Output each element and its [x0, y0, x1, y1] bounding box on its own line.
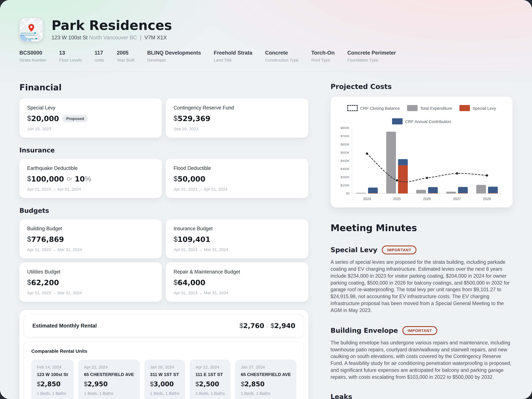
- card-date-range: Apr 01, 2023 → Mar 31, 2024: [27, 247, 154, 252]
- rental-unit-card[interactable]: Apr 12, 2024 111 E 1ST ST $2,500 1 Beds,…: [190, 360, 230, 399]
- bar-crf-annual-contribution[interactable]: [488, 187, 498, 193]
- stat-year-built: 2005 Year Built: [117, 50, 134, 62]
- estimated-monthly-rental-card: Estimated Monthly Rental $2,760 - $2,940: [24, 315, 304, 337]
- rental-unit-card[interactable]: Apr 22, 2024 65 CHESTERFIELD AVE $2,950 …: [78, 360, 139, 399]
- meeting-minutes-heading: Meeting Minutes: [330, 222, 513, 233]
- bar-crf-annual-contribution[interactable]: [368, 188, 378, 193]
- minutes-section-title-row: Special Levy IMPORTANT: [330, 246, 513, 254]
- left-column: Financial Special Levy $20,000 Proposed …: [19, 79, 308, 399]
- minutes-leaks-title: Leaks: [330, 393, 352, 399]
- x-tick-label: 2024: [363, 197, 371, 201]
- line-point-crf-closing-balance[interactable]: [456, 172, 458, 175]
- minutes-section-title-row: Building Envelope IMPORTANT: [330, 326, 513, 335]
- bar-swatch-icon: [392, 118, 403, 124]
- bar-crf-annual-contribution[interactable]: [428, 187, 438, 193]
- currency-sign: $: [150, 380, 154, 388]
- line-point-crf-closing-balance[interactable]: [486, 174, 488, 177]
- currency-sign: $: [174, 175, 177, 183]
- legend-item-special-levy[interactable]: Special Levy: [459, 105, 496, 111]
- stat-strata-number: BCS0000 Strata Number: [19, 50, 46, 62]
- page-title: Park Residences: [51, 19, 172, 32]
- bar-total-expenditure[interactable]: [386, 132, 396, 194]
- y-tick-label: $200K: [341, 175, 349, 179]
- y-tick-label: $600K: [341, 143, 349, 146]
- proposed-badge: Proposed: [62, 115, 88, 122]
- bar-swatch-icon: [407, 105, 418, 111]
- y-tick-label: $700K: [341, 134, 349, 138]
- bar-special-levy[interactable]: [458, 193, 468, 194]
- currency-sign: $: [37, 380, 40, 388]
- bar-total-expenditure[interactable]: [446, 192, 456, 194]
- legend-item-total-expenditure[interactable]: Total Expenditure: [407, 105, 452, 111]
- percent-sign: %: [85, 175, 91, 183]
- card-date-range: Apr 01, 2023 → Apr 01, 2024: [27, 187, 154, 191]
- y-tick-label: $400K: [341, 159, 349, 163]
- x-tick-label: 2025: [393, 197, 401, 201]
- right-column: Projected Costs CRF Closing BalanceTotal…: [330, 79, 513, 399]
- stat-foundation-type: Concrete Perimeter Foundation Type: [347, 50, 396, 62]
- svg-text:MONOVA Museum: MONOVA Museum: [21, 32, 35, 34]
- stat-roof-type: Torch-On Roof Type: [311, 50, 335, 62]
- important-badge: IMPORTANT: [402, 326, 437, 335]
- line-point-crf-closing-balance[interactable]: [426, 177, 428, 179]
- bar-crf-annual-contribution[interactable]: [458, 187, 468, 193]
- card-date: Jun 15, 2023: [27, 126, 154, 131]
- or-label: Or: [67, 176, 72, 182]
- x-tick-label: 2027: [453, 197, 461, 201]
- y-tick-label: $300K: [341, 167, 349, 171]
- legend-item-crf-closing-balance[interactable]: CRF Closing Balance: [347, 105, 400, 111]
- stat-developer: BLINQ Developments Developer: [147, 50, 201, 62]
- contingency-reserve-fund-card: Contingency Reserve Fund $529,369 Sep 20…: [166, 98, 308, 138]
- currency-sign: $: [174, 278, 177, 287]
- legend-item-crf-annual-contribution[interactable]: CRF Annual Contribution: [392, 118, 451, 124]
- rental-unit-card[interactable]: Jan 28, 2024 311 W 1ST ST $3,000 1 Beds,…: [145, 360, 185, 399]
- currency-sign: $: [27, 235, 31, 244]
- y-tick-label: $800K: [341, 126, 349, 130]
- currency-sign: $: [27, 114, 31, 123]
- projected-costs-chart-card: CRF Closing BalanceTotal ExpenditureSpec…: [330, 97, 513, 208]
- address-divider: |: [140, 35, 141, 40]
- card-date-range: Apr 01, 2023 → Apr 01, 2024: [174, 187, 301, 191]
- currency-sign: $: [84, 380, 88, 388]
- insurance-budget-card: Insurance Budget $109,401 Apr 01, 2023 →…: [166, 219, 308, 259]
- flood-deductible-card: Flood Deductible $50,000 Apr 01, 2023 → …: [166, 159, 308, 198]
- bar-special-levy[interactable]: [428, 193, 438, 194]
- financial-heading: Financial: [19, 82, 308, 92]
- projected-costs-heading: Projected Costs: [330, 82, 513, 91]
- bar-total-expenditure[interactable]: [356, 193, 366, 194]
- address-city: North Vancouver BC: [89, 35, 137, 40]
- chart-legend: CRF Closing BalanceTotal ExpenditureSpec…: [337, 105, 507, 124]
- card-date: Sep 20, 2023: [174, 126, 301, 131]
- stat-construction-type: Concrete Construction Type: [265, 50, 298, 62]
- address-line: 123 W 100st St North Vancouver BC | V7M …: [51, 35, 172, 41]
- rental-units-list[interactable]: Feb 14, 2024 123 W 100st St $2,850 1 Bed…: [31, 360, 297, 399]
- currency-sign: $: [27, 278, 31, 287]
- rental-range-value: $2,760 - $2,940: [240, 322, 295, 330]
- bar-special-levy[interactable]: [398, 165, 408, 194]
- currency-sign: $: [271, 322, 274, 329]
- currency-sign: $: [196, 380, 199, 388]
- header-title-block: Park Residences 123 W 100st St North Van…: [51, 19, 172, 41]
- rental-unit-card[interactable]: Feb 14, 2024 123 W 100st St $2,850 1 Bed…: [31, 360, 73, 399]
- svg-text:of North Vancouver: of North Vancouver: [21, 34, 35, 36]
- legend-label: CRF Closing Balance: [360, 106, 400, 110]
- line-point-crf-closing-balance[interactable]: [396, 179, 398, 182]
- bar-special-levy[interactable]: [488, 193, 498, 194]
- utilities-budget-card: Utilities Budget $62,200 Apr 01, 2023 → …: [19, 262, 162, 302]
- legend-label: Total Expenditure: [420, 106, 452, 110]
- map-thumbnail[interactable]: MONOVA Museum of North Vancouver The Shi…: [19, 18, 43, 42]
- minutes-building-envelope-body: The building envelope has undergone vari…: [330, 339, 513, 381]
- bar-total-expenditure[interactable]: [476, 185, 486, 193]
- rental-unit-card[interactable]: Jan 27, 2024 65 CHESTERFIELD AVE $2,850 …: [235, 360, 297, 399]
- currency-sign: $: [27, 175, 31, 183]
- bar-special-levy[interactable]: [368, 193, 378, 193]
- minutes-section-title-row: Leaks: [330, 393, 513, 399]
- minutes-building-envelope-title: Building Envelope: [330, 327, 398, 335]
- projected-costs-chart[interactable]: $0$100K$200K$300K$400K$500K$600K$700K$80…: [337, 126, 507, 203]
- bar-total-expenditure[interactable]: [416, 190, 426, 194]
- y-tick-label: $500K: [341, 151, 349, 154]
- currency-sign: $: [174, 114, 177, 123]
- important-badge: IMPORTANT: [382, 246, 417, 254]
- line-point-crf-closing-balance[interactable]: [366, 152, 368, 155]
- bar-crf-annual-contribution[interactable]: [398, 159, 408, 165]
